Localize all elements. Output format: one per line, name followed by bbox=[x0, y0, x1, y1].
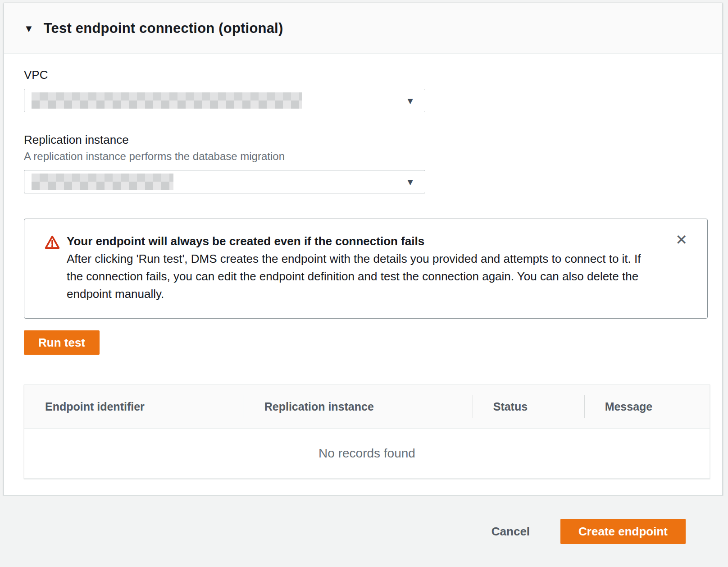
alert-text: Your endpoint will always be created eve… bbox=[67, 233, 652, 303]
replication-instance-field-group: Replication instance A replication insta… bbox=[24, 133, 703, 193]
alert-title: Your endpoint will always be created eve… bbox=[67, 233, 652, 250]
replication-instance-description: A replication instance performs the data… bbox=[24, 150, 703, 163]
cancel-button[interactable]: Cancel bbox=[489, 524, 532, 539]
chevron-down-icon: ▼ bbox=[405, 96, 415, 105]
close-icon[interactable]: ✕ bbox=[673, 231, 689, 249]
test-endpoint-connection-panel: ▼ Test endpoint connection (optional) VP… bbox=[4, 3, 723, 496]
vpc-field-group: VPC ▼ bbox=[24, 68, 703, 112]
vpc-select[interactable]: ▼ bbox=[24, 89, 425, 112]
column-header-message: Message bbox=[584, 400, 710, 413]
column-header-endpoint-identifier: Endpoint identifier bbox=[24, 400, 244, 413]
replication-instance-select[interactable]: ▼ bbox=[24, 170, 425, 193]
column-header-replication-instance: Replication instance bbox=[244, 400, 473, 413]
collapse-triangle-icon[interactable]: ▼ bbox=[24, 24, 34, 34]
table-header-row: Endpoint identifier Replication instance… bbox=[24, 385, 710, 429]
column-header-status: Status bbox=[473, 400, 584, 413]
chevron-down-icon: ▼ bbox=[405, 177, 415, 187]
create-endpoint-button[interactable]: Create endpoint bbox=[560, 519, 686, 544]
endpoint-warning-alert: Your endpoint will always be created eve… bbox=[24, 219, 708, 319]
replication-instance-redacted-value bbox=[32, 174, 173, 190]
vpc-redacted-value bbox=[32, 92, 302, 109]
section-title: Test endpoint connection (optional) bbox=[44, 20, 283, 37]
section-header[interactable]: ▼ Test endpoint connection (optional) bbox=[4, 3, 722, 54]
vpc-label: VPC bbox=[24, 68, 703, 82]
table-empty-state: No records found bbox=[24, 429, 710, 478]
run-test-button[interactable]: Run test bbox=[24, 330, 100, 355]
warning-triangle-icon bbox=[44, 234, 60, 252]
replication-instance-label: Replication instance bbox=[24, 133, 703, 146]
no-records-text: No records found bbox=[318, 446, 415, 461]
connection-results-table: Endpoint identifier Replication instance… bbox=[24, 384, 710, 479]
alert-body: After clicking 'Run test', DMS creates t… bbox=[67, 250, 652, 303]
section-body: VPC ▼ Replication instance A replication… bbox=[4, 54, 722, 479]
wizard-footer: Cancel Create endpoint bbox=[0, 496, 728, 567]
